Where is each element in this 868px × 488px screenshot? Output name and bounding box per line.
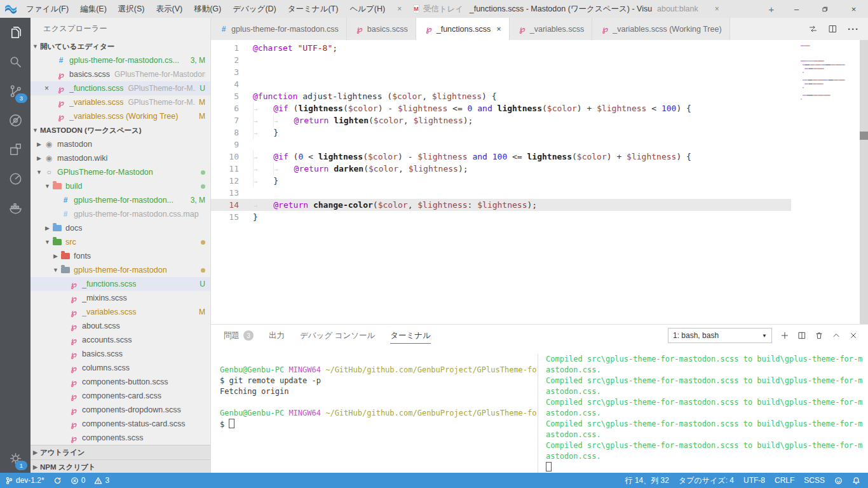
terminal-pane-right[interactable]: Compiled src\gplus-theme-for-mastodon.sc… [546, 354, 868, 473]
activitybar-explorer[interactable] [0, 18, 31, 47]
status-right-item-0[interactable]: 行 14、列 32 [625, 475, 669, 486]
open-editor-item[interactable]: ℘_variables.scssGPlusTheme-for-M...M [31, 95, 210, 109]
section-1[interactable]: ▶NPM スクリプト [31, 459, 210, 473]
editor-tab-1[interactable]: ℘basics.scss [347, 18, 416, 40]
tree-item[interactable]: #gplus-theme-for-mastodon.css.map [31, 207, 210, 221]
close-icon[interactable]: × [496, 24, 501, 34]
titlebar-tab-2[interactable]: about:blank× [652, 0, 761, 18]
window-controls: –× [782, 0, 868, 18]
tree-item[interactable]: ℘columns.scss [31, 361, 210, 375]
minimap[interactable] [801, 44, 857, 101]
workspace-header[interactable]: ▼ MASTODON (ワークスペース) [31, 123, 210, 137]
menu-5[interactable]: デバッグ(D) [227, 0, 282, 18]
terminal-pane-left[interactable]: Genbu@Genbu-PC MINGW64 ~/GitHub/github.c… [220, 354, 538, 473]
section-0[interactable]: ▶アウトライン [31, 445, 210, 459]
kill-terminal-button[interactable] [815, 331, 824, 340]
panel-tab-3[interactable]: ターミナル [390, 325, 431, 346]
status-left-branch[interactable]: dev-1.2* [5, 476, 44, 485]
tree-item[interactable]: ▼build [31, 179, 210, 193]
tree-item[interactable]: ▶◉mastodon.wiki [31, 151, 210, 165]
status-left-warning[interactable]: 3 [94, 476, 109, 485]
tree-item[interactable]: ℘_functions.scssU [31, 277, 210, 291]
tree-item[interactable]: ▼gplus-theme-for-mastodon [31, 263, 210, 277]
menu-2[interactable]: 選択(S) [112, 0, 151, 18]
tree-item[interactable]: ℘components.scss [31, 431, 210, 445]
status-left-error[interactable]: 0 [71, 476, 86, 485]
editor-tab-2[interactable]: ℘_functions.scss× [416, 18, 510, 40]
menu-0[interactable]: ファイル(F) [20, 0, 74, 18]
menu-4[interactable]: 移動(G) [188, 0, 227, 18]
activitybar-docker[interactable] [0, 193, 31, 222]
close-icon[interactable]: × [44, 84, 49, 93]
new-tab-button[interactable]: + [761, 4, 782, 15]
status-right-feedback[interactable] [834, 477, 843, 485]
status-right-bell[interactable] [852, 477, 860, 485]
titlebar-tab-0[interactable]: M受信トレイ - [408, 0, 465, 18]
split-editor-button[interactable] [828, 24, 837, 34]
tree-item[interactable]: ▼○GPlusTheme-for-Mastodon [31, 165, 210, 179]
activitybar-source-control[interactable]: 3 [0, 76, 31, 105]
activitybar-search[interactable] [0, 47, 31, 76]
tree-item[interactable]: ▶◉mastodon [31, 137, 210, 151]
tree-item[interactable]: ℘components-card.scss [31, 389, 210, 403]
status-right-item-4[interactable]: SCSS [804, 476, 825, 485]
activitybar-debug[interactable] [0, 105, 31, 135]
status-left-sync[interactable] [53, 477, 62, 485]
more-button[interactable]: ··· [848, 24, 859, 34]
status-right-item-1[interactable]: タブのサイズ: 4 [679, 475, 734, 486]
status-right-item-3[interactable]: CRLF [775, 476, 794, 485]
activitybar-settings[interactable]: 1 [0, 444, 31, 473]
open-editors-header[interactable]: ▼ 開いているエディター [31, 39, 210, 53]
restore-button[interactable] [811, 0, 839, 18]
editor-tab-4[interactable]: ℘_variables.scss (Working Tree) [592, 18, 729, 40]
tree-item[interactable]: ℘_mixins.scss [31, 291, 210, 305]
open-editor-item[interactable]: ℘basics.scssGPlusTheme-for-Mastodon •... [31, 67, 210, 81]
open-editor-item[interactable]: #gplus-theme-for-mastodon.cs...3, M [31, 53, 210, 67]
editor-tab-0[interactable]: #gplus-theme-for-mastodon.css [211, 18, 347, 40]
status-right-item-2[interactable]: UTF-8 [743, 476, 765, 485]
tree-item[interactable]: ▶docs [31, 221, 210, 235]
open-changes-button[interactable] [808, 24, 818, 34]
menu-1[interactable]: 編集(E) [74, 0, 112, 18]
tree-item[interactable]: ▶fonts [31, 249, 210, 263]
tree-item[interactable]: ℘components-button.scss [31, 375, 210, 389]
code-content[interactable]: @charset "UTF-8";@function adjust-lightn… [253, 42, 798, 223]
terminal-split-divider[interactable] [538, 354, 538, 473]
menu-3[interactable]: 表示(V) [150, 0, 188, 18]
scrollbar-thumb[interactable] [860, 132, 868, 140]
tree-item[interactable]: ℘accounts.scss [31, 333, 210, 347]
terminal-select[interactable]: 1: bash, bash ▼ [668, 328, 772, 343]
editor-scrollbar[interactable] [860, 40, 868, 325]
minimize-button[interactable]: – [782, 0, 811, 18]
close-button[interactable]: × [839, 0, 868, 18]
activitybar-gauge[interactable] [0, 164, 31, 193]
new-terminal-button[interactable] [780, 331, 789, 340]
close-icon[interactable]: × [391, 4, 408, 13]
tree-item[interactable]: ℘about.scss [31, 319, 210, 333]
file-name: _variables.scss (Working Tree) [69, 112, 178, 121]
close-panel-button[interactable] [849, 331, 858, 340]
panel-tab-1[interactable]: 出力 [269, 325, 285, 346]
panel-tab-label: ターミナル [390, 330, 431, 341]
open-editor-item[interactable]: ℘_variables.scss (Working Tree)M [31, 109, 210, 123]
tree-item[interactable]: ℘components-status-card.scss [31, 417, 210, 431]
close-icon[interactable]: × [715, 4, 719, 13]
tree-item[interactable]: #gplus-theme-for-mastodon...3, M [31, 193, 210, 207]
tree-item[interactable]: ℘_variables.scssM [31, 305, 210, 319]
terminal[interactable]: Genbu@Genbu-PC MINGW64 ~/GitHub/github.c… [220, 346, 868, 473]
tree-item[interactable]: ▼src [31, 235, 210, 249]
file-name: gplus-theme-for-mastodon [74, 266, 167, 274]
titlebar-tab-1[interactable]: _functions.scss - Mastodon (ワークスペース) - V… [465, 0, 652, 18]
menu-6[interactable]: ターミナル(T) [282, 0, 344, 18]
maximize-panel-button[interactable] [832, 331, 841, 340]
code-editor[interactable]: 123456789101112131415 @charset "UTF-8";@… [211, 40, 868, 325]
open-editor-item[interactable]: ×℘_functions.scssGPlusTheme-for-M...U [31, 81, 210, 95]
tree-item[interactable]: ℘components-dropdown.scss [31, 403, 210, 417]
tree-item[interactable]: ℘basics.scss [31, 347, 210, 361]
activitybar-extensions[interactable] [0, 135, 31, 164]
editor-tab-3[interactable]: ℘_variables.scss [510, 18, 592, 40]
panel-tab-0[interactable]: 問題3 [224, 325, 254, 346]
panel-tab-2[interactable]: デバッグ コンソール [300, 325, 375, 346]
menu-7[interactable]: ヘルプ(H) [344, 0, 391, 18]
split-terminal-button[interactable] [797, 331, 806, 340]
